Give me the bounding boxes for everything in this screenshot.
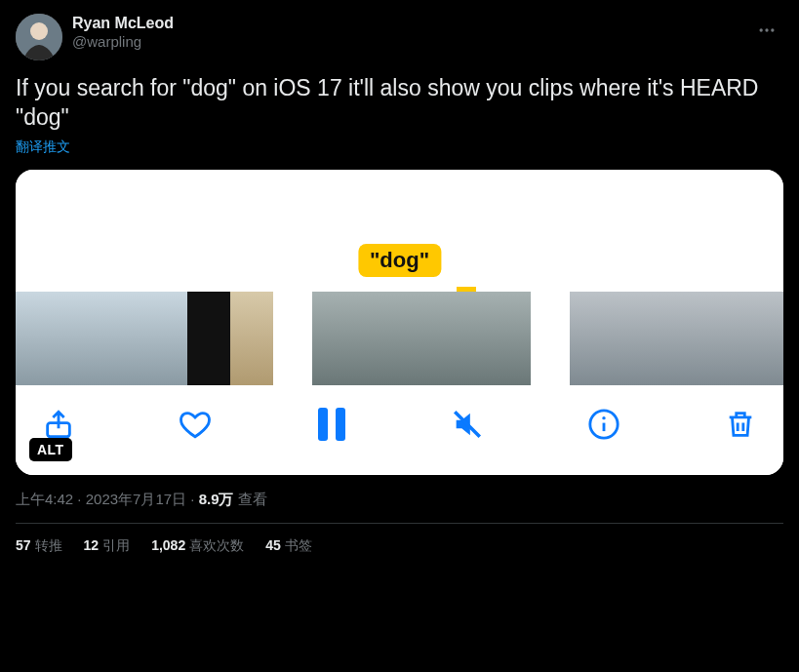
svg-point-4 xyxy=(771,28,774,31)
display-name[interactable]: Ryan McLeod xyxy=(72,14,174,33)
search-match-badge: "dog" xyxy=(358,244,441,277)
thumbnail[interactable] xyxy=(230,292,273,385)
stat-quotes[interactable]: 12引用 xyxy=(84,537,131,555)
clip-group[interactable] xyxy=(570,292,783,385)
svg-point-8 xyxy=(602,416,605,419)
media-card[interactable]: "dog" xyxy=(16,170,783,475)
translate-link[interactable]: 翻译推文 xyxy=(16,138,70,156)
meta-time[interactable]: 上午4:42 xyxy=(16,491,73,507)
handle[interactable]: @warpling xyxy=(72,33,174,52)
thumbnail[interactable] xyxy=(144,292,187,385)
stat-label: 引用 xyxy=(102,537,130,553)
meta-sep: · xyxy=(73,491,86,507)
thumbnail[interactable] xyxy=(617,292,663,385)
thumbnail[interactable] xyxy=(367,292,421,385)
share-icon xyxy=(42,408,75,441)
thumbnail[interactable] xyxy=(570,292,617,385)
views-label: 查看 xyxy=(234,491,267,507)
info-icon xyxy=(587,408,620,441)
stat-label: 喜欢次数 xyxy=(189,537,244,553)
thumbnail[interactable] xyxy=(710,292,757,385)
media-whitespace: "dog" xyxy=(16,170,783,287)
trash-icon xyxy=(724,408,757,441)
alt-badge[interactable]: ALT xyxy=(29,438,72,461)
tweet-meta: 上午4:42 · 2023年7月17日 · 8.9万 查看 xyxy=(16,491,783,509)
stat-retweets[interactable]: 57转推 xyxy=(16,537,62,555)
media-toolbar xyxy=(16,385,783,475)
speaker-muted-icon xyxy=(451,408,484,441)
divider xyxy=(16,523,783,524)
delete-button[interactable] xyxy=(719,403,762,446)
avatar[interactable] xyxy=(16,14,62,60)
thumbnail[interactable] xyxy=(101,292,144,385)
svg-point-2 xyxy=(760,28,763,31)
svg-point-3 xyxy=(765,28,768,31)
views-count[interactable]: 8.9万 xyxy=(199,491,234,507)
stat-label: 书签 xyxy=(285,537,312,553)
clip-group[interactable] xyxy=(312,292,531,385)
like-button[interactable] xyxy=(174,403,217,446)
tweet-container: Ryan McLeod @warpling If you search for … xyxy=(0,0,799,569)
stat-likes[interactable]: 1,082喜欢次数 xyxy=(151,537,244,555)
info-button[interactable] xyxy=(582,403,625,446)
more-icon xyxy=(757,20,777,40)
pause-icon xyxy=(318,408,345,441)
thumbnail[interactable] xyxy=(476,292,531,385)
meta-sep: · xyxy=(186,491,199,507)
thumbnail[interactable] xyxy=(16,292,59,385)
video-thumbnails[interactable] xyxy=(16,292,783,385)
stat-bookmarks[interactable]: 45书签 xyxy=(265,537,312,555)
thumbnail[interactable] xyxy=(757,292,783,385)
stat-count: 45 xyxy=(265,537,281,553)
svg-point-1 xyxy=(30,22,48,40)
tweet-header: Ryan McLeod @warpling xyxy=(16,14,783,60)
clip-group[interactable] xyxy=(16,292,273,385)
heart-icon xyxy=(179,408,212,441)
stat-count: 57 xyxy=(16,537,31,553)
thumbnail[interactable] xyxy=(663,292,710,385)
more-button[interactable] xyxy=(750,14,783,47)
tweet-text: If you search for "dog" on iOS 17 it'll … xyxy=(16,74,783,133)
thumbnail[interactable] xyxy=(59,292,101,385)
pause-button[interactable] xyxy=(310,403,353,446)
thumbnail[interactable] xyxy=(312,292,367,385)
thumbnail[interactable] xyxy=(421,292,476,385)
stat-label: 转推 xyxy=(35,537,62,553)
thumbnail[interactable] xyxy=(187,292,230,385)
mute-button[interactable] xyxy=(446,403,489,446)
meta-date[interactable]: 2023年7月17日 xyxy=(86,491,186,507)
author-names: Ryan McLeod @warpling xyxy=(72,14,174,52)
avatar-image xyxy=(16,14,62,60)
stat-count: 1,082 xyxy=(151,537,185,553)
tweet-stats: 57转推 12引用 1,082喜欢次数 45书签 xyxy=(16,537,783,555)
stat-count: 12 xyxy=(84,537,100,553)
